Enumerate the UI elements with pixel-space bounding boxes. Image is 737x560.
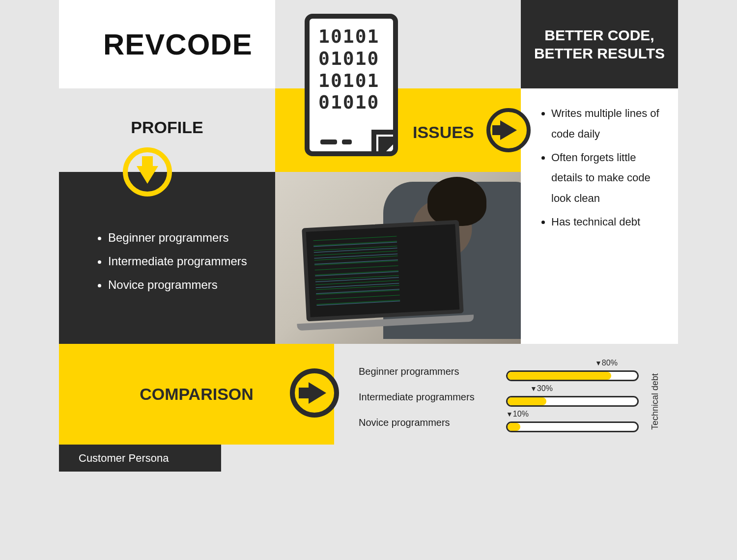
profile-item: Beginner programmers [108,226,260,250]
comparison-labels: Beginner programmers Intermediate progra… [359,359,506,440]
footer-label: Customer Persona [79,452,169,465]
profile-list-block: Beginner programmers Intermediate progra… [59,172,275,344]
tagline-block: BETTER CODE, BETTER RESULTS [521,0,678,88]
tagline-text: BETTER CODE, BETTER RESULTS [534,26,665,63]
binary-row: 01010 [318,48,379,69]
footer-badge: Customer Persona [59,445,221,472]
issues-list-block: Writes multiple lines of code daily Ofte… [521,88,678,344]
arrow-right-icon [486,108,531,152]
footer-spacer [221,445,678,472]
bar-value-label: ▼10% [506,410,529,419]
bar-fill [508,423,520,431]
profile-item: Novice programmers [108,273,260,297]
comparison-label: Beginner programmers [359,359,506,384]
infographic: REVCODE BETTER CODE, BETTER RESULTS 1010… [59,0,678,472]
comparison-block: Beginner programmers Intermediate progra… [334,344,678,445]
binary-row: 10101 [318,70,379,91]
tagline-line1: BETTER CODE, [544,27,654,43]
tagline-line2: BETTER RESULTS [534,45,665,61]
issues-item: Often forgets little details to make cod… [551,147,668,209]
comparison-axis-label: Technical debt [650,373,660,430]
issues-item: Writes multiple lines of code daily [551,103,668,144]
profile-heading: PROFILE [59,88,275,137]
comparison-label: Novice programmers [359,410,506,435]
comparison-label: Intermediate programmers [359,384,506,410]
issues-item: Has technical debt [551,212,668,232]
bar-row: ▼30% [506,386,649,412]
bar-row: ▼80% [506,361,649,386]
comparison-heading: COMPARISON [140,385,254,404]
binary-row: 10101 [318,26,379,47]
binary-document-icon: 10101 01010 10101 01010 [305,14,398,161]
bar-row: ▼10% [506,412,649,437]
arrow-down-icon [123,147,172,196]
bar-value-label: ▼30% [530,384,553,393]
brand-block: REVCODE [59,0,275,88]
comparison-bars: ▼80% ▼30% ▼10% Technical debt [506,359,649,440]
binary-row: 01010 [318,91,379,113]
bar-value-label: ▼80% [595,359,618,367]
bar-fill [508,372,611,380]
hero-photo [275,172,521,344]
arrow-right-icon [290,368,339,418]
profile-item: Intermediate programmers [108,250,260,273]
bar-fill [508,397,546,405]
issues-heading: ISSUES [413,123,474,142]
profile-list: Beginner programmers Intermediate progra… [108,226,260,297]
brand-name: REVCODE [103,28,253,61]
issues-list: Writes multiple lines of code daily Ofte… [551,103,668,232]
